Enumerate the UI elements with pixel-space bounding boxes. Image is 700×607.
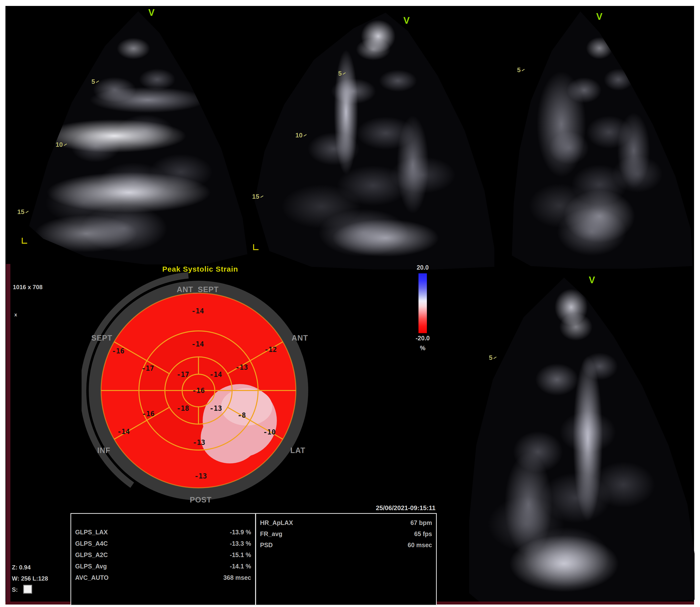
depth-label: 10 [56,141,63,149]
measurement-value: 368 msec [223,574,251,581]
heart-rate-results-table: HR_ApLAX 67 bpm FR_avg 65 fps PSD 60 mse… [255,513,437,606]
us-view-parasternal-long-axis[interactable]: V 5 10 15 [15,7,252,265]
measurement-label: GLPS_LAX [75,529,108,536]
tick-icon [304,134,307,137]
segment-value-apical-lat: -13 [210,404,222,413]
depth-label: 15 [17,208,24,216]
resolution-label: 1016 x 708 [13,284,42,291]
segment-value-mid-ant-sept: -14 [191,340,204,348]
depth-marker: 5 [91,78,99,85]
ultrasound-sector-image [250,7,497,269]
tick-icon [494,357,497,359]
measurement-label: GLPS_A2C [75,551,108,559]
left-edge-strip [6,264,11,602]
region-label-inf: INF [97,446,110,455]
caliper-mark-icon [22,238,27,244]
region-label-lat: LAT [290,446,306,455]
measurement-label: HR_ApLAX [260,519,293,526]
depth-marker: 5 [517,66,525,74]
measurement-value: -14.1 % [230,563,251,570]
caliper-mark-icon [253,244,259,250]
depth-label: 10 [295,131,303,139]
store-indicator[interactable] [23,585,32,594]
strain-color-scale: 20.0 -20.0 % [405,264,440,358]
segment-value-mid-post: -13 [193,438,205,446]
measurement-label: AVC_AUTO [75,574,108,581]
orientation-v-icon: V [148,8,155,17]
segment-value-basal-ant: -12 [265,346,277,354]
tick-icon [522,69,525,71]
depth-label: 5 [91,78,95,85]
low-strain-region [221,388,272,425]
orientation-v-icon: V [589,275,595,285]
region-label-ant-sept: ANT_SEPT [177,285,219,294]
tick-icon [96,81,99,83]
depth-label: 5 [489,354,492,361]
tick-icon [64,144,67,146]
segment-value-apex: -16 [192,386,205,395]
zoom-factor-label: Z: 0.94 [12,564,30,571]
orientation-v-icon: V [404,16,410,25]
strain-results-table: GLPS_LAX -13.9 % GLPS_A4C -13.3 % GLPS_A… [70,513,256,606]
depth-marker: 10 [295,131,307,139]
ultrasound-sector-image [15,7,252,265]
tick-icon [260,195,264,198]
segment-value-apical-inf: -18 [177,404,189,413]
segment-value-basal-post: -13 [194,472,207,480]
segment-value-basal-inf: -14 [118,427,130,436]
depth-marker: 10 [56,141,67,149]
depth-marker: 15 [252,193,264,201]
store-label: S: [12,586,18,593]
segment-value-basal-lat: -10 [263,428,276,436]
bullseye-plot: ANT_SEPT SEPT ANT INF LAT POST -14 -12 -… [82,269,316,507]
depth-marker: 15 [17,208,29,216]
measurement-label: GLPS_Avg [75,563,107,570]
segment-value-mid-sept: -17 [142,364,154,373]
color-scale-bar [418,273,427,333]
segment-value-mid-ant: -13 [235,363,248,372]
segment-value-apical-sept: -17 [177,371,189,379]
scale-min-label: -20.0 [405,335,440,342]
depth-label: 15 [252,193,259,201]
region-label-ant: ANT [292,334,308,342]
measurement-label: GLPS_A4C [75,540,108,547]
depth-marker: 5 [489,354,497,361]
us-view-apical-long-axis[interactable]: V 5 [457,274,695,603]
measurement-value: -13.9 % [230,529,251,536]
segment-value-basal-sept: -16 [112,347,125,355]
segment-value-mid-lat: -8 [238,411,246,419]
measurement-value: 67 bpm [410,519,432,526]
measurement-value: 65 fps [414,530,432,538]
ultrasound-sector-image [504,6,695,269]
cursor-marker: x [14,312,17,318]
measurement-value: -15.1 % [230,551,251,559]
us-view-apical-2-chamber[interactable]: V 5 [504,6,695,269]
depth-label: 5 [517,66,520,74]
measurement-value: 60 msec [408,542,432,549]
depth-label: 5 [338,70,342,77]
region-label-post: POST [190,496,211,504]
us-view-apical-4-chamber[interactable]: V 5 10 15 [250,7,497,269]
echo-quant-screen: V 5 10 15 V 5 10 15 V 5 V 5 Peak Systoli… [0,0,700,607]
acquisition-timestamp: 25/06/2021-09:15:11 [341,504,435,512]
orientation-v-icon: V [596,12,602,21]
scale-unit-label: % [405,344,440,352]
tick-icon [343,72,346,75]
measurement-value: -13.3 % [230,540,251,547]
window-level-label: W: 256 L:128 [12,575,48,582]
region-label-sept: SEPT [91,334,112,342]
segment-value-mid-inf: -16 [142,410,155,418]
depth-marker: 5 [338,70,346,77]
scale-max-label: 20.0 [405,264,440,271]
tick-icon [25,211,29,213]
segment-value-basal-ant-sept: -14 [191,307,204,315]
ultrasound-sector-image [457,274,695,603]
measurement-label: PSD [260,542,273,549]
segment-value-apical-ant: -14 [210,371,222,379]
measurement-label: FR_avg [260,530,282,538]
